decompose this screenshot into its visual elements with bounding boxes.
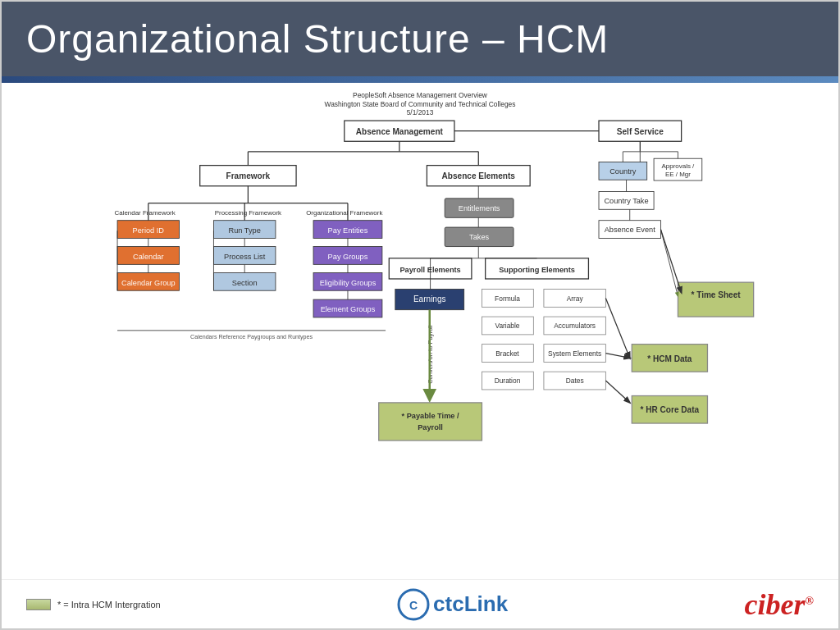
accent-bar bbox=[2, 76, 838, 83]
duration-label: Duration bbox=[495, 377, 521, 385]
element-groups-label: Element Groups bbox=[321, 305, 376, 313]
dates-hrcore-line bbox=[605, 381, 629, 403]
array-label: Array bbox=[567, 294, 584, 303]
self-service-label: Self Service bbox=[617, 127, 664, 136]
footer-left: * = Intra HCM Intergration bbox=[26, 599, 161, 610]
ctclink-icon: C bbox=[397, 588, 430, 621]
proc-framework-label: Processing Framework bbox=[215, 209, 281, 217]
legend-text: * = Intra HCM Intergration bbox=[57, 600, 161, 609]
content-area: PeopleSoft Absence Management Overview W… bbox=[2, 83, 838, 579]
run-type-label: Run Type bbox=[229, 226, 261, 235]
footer: * = Intra HCM Intergration C ctcLink cib… bbox=[2, 579, 838, 628]
subtitle-3: 5/1/2013 bbox=[407, 108, 434, 116]
absence-elements-label: Absence Elements bbox=[442, 171, 516, 180]
accumulators-label: Accumulators bbox=[554, 322, 596, 330]
country-label: Country bbox=[609, 167, 637, 176]
pay-entities-label: Pay Entities bbox=[328, 226, 368, 235]
syselem-hcm-line bbox=[605, 354, 629, 358]
hcm-data-label: * HCM Data bbox=[647, 354, 692, 363]
formula-label: Formula bbox=[495, 294, 520, 303]
ciber-logo: ciber® bbox=[745, 587, 814, 622]
array-hcm-line bbox=[605, 298, 629, 358]
framework-label: Framework bbox=[226, 171, 271, 180]
subtitle-1: PeopleSoft Absence Management Overview bbox=[353, 91, 488, 99]
title-bar: Organizational Structure – HCM bbox=[2, 2, 838, 76]
entitlements-label: Entitlements bbox=[459, 204, 500, 212]
earnings-arrow-head bbox=[422, 389, 436, 403]
variable-label: Variable bbox=[495, 322, 519, 330]
subtitle-2: Washington State Board of Community and … bbox=[325, 100, 516, 108]
calendar-label: Calendar bbox=[133, 253, 163, 261]
org-framework-label: Organizational Framework bbox=[306, 209, 382, 217]
pay-groups-label: Pay Groups bbox=[328, 253, 368, 261]
period-id-label: Period ID bbox=[133, 226, 165, 235]
takes-label: Takes bbox=[469, 233, 489, 241]
payable-time-box bbox=[379, 403, 482, 441]
cal-framework-label: Calendar Framework bbox=[114, 209, 175, 217]
approvals-label: Approvals / bbox=[662, 162, 696, 170]
eligibility-groups-label: Eligibility Groups bbox=[320, 279, 377, 287]
approvals-label2: EE / Mgr bbox=[665, 171, 691, 178]
page-title: Organizational Structure – HCM bbox=[26, 16, 814, 62]
bracket-label: Bracket bbox=[495, 349, 519, 358]
payable-time-label2: Payroll bbox=[418, 423, 443, 431]
slide: Organizational Structure – HCM PeopleSof… bbox=[0, 0, 840, 630]
absence-event-label: Absence Event bbox=[605, 226, 655, 234]
process-list-label: Process List bbox=[224, 253, 266, 261]
legend-box bbox=[26, 599, 51, 610]
calendars-ref-label: Calendars Reference Paygroups and Runtyp… bbox=[190, 334, 313, 340]
supporting-elements-label: Supporting Elements bbox=[499, 266, 575, 274]
svg-text:C: C bbox=[409, 599, 418, 612]
diagram-container: PeopleSoft Absence Management Overview W… bbox=[2, 83, 838, 530]
calendar-group-label: Calendar Group bbox=[121, 279, 176, 287]
hr-core-data-label: * HR Core Data bbox=[641, 405, 700, 414]
ae-ts-arrow bbox=[660, 230, 681, 293]
earnings-label: Earnings bbox=[413, 294, 446, 304]
time-sheet-box bbox=[678, 282, 753, 317]
payable-time-label1: * Payable Time / bbox=[402, 412, 459, 420]
time-sheet-label: * Time Sheet bbox=[691, 290, 741, 299]
absence-management-label: Absence Management bbox=[356, 127, 444, 136]
section-label: Section bbox=[232, 279, 258, 287]
country-take-label: Country Take bbox=[604, 197, 648, 205]
org-chart-svg: PeopleSoft Absence Management Overview W… bbox=[2, 83, 838, 530]
ctclink-logo: C ctcLink bbox=[397, 588, 508, 621]
system-elements-label: System Elements bbox=[548, 349, 601, 358]
dates-label: Dates bbox=[566, 377, 584, 385]
ae-ts-line bbox=[660, 230, 678, 296]
